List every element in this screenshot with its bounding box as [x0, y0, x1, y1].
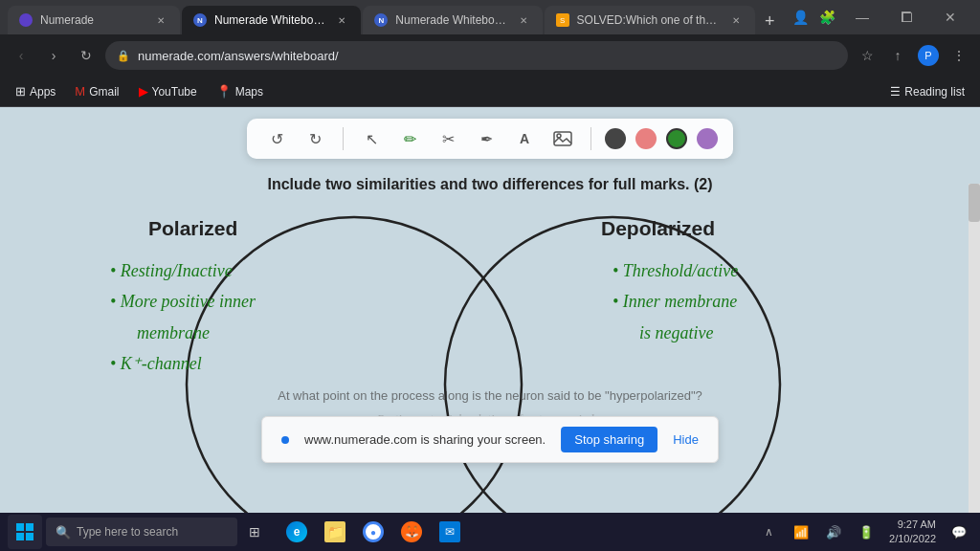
- tray-network[interactable]: 📶: [788, 518, 814, 545]
- back-button[interactable]: ‹: [8, 42, 34, 69]
- maps-icon: 📍: [216, 84, 232, 99]
- close-button[interactable]: ✕: [928, 0, 972, 34]
- tab-solved[interactable]: S SOLVED:Which one of the follo... ✕: [545, 6, 755, 34]
- forward-button[interactable]: ›: [40, 42, 67, 69]
- taskbar-mail[interactable]: ✉: [433, 515, 467, 549]
- pen-tool[interactable]: ✏: [395, 124, 424, 153]
- svg-rect-0: [554, 132, 571, 145]
- color-black[interactable]: [605, 128, 626, 149]
- taskbar-clock[interactable]: 9:27 AM 2/10/2022: [885, 518, 940, 547]
- bookmark-gmail-label: Gmail: [89, 85, 119, 99]
- color-purple[interactable]: [697, 128, 718, 149]
- mail-icon: ✉: [439, 521, 460, 542]
- minimize-button[interactable]: —: [840, 0, 884, 34]
- nav-actions: ☆ ↑ P ⋮: [854, 42, 972, 69]
- tab-bar: Numerade ✕ N Numerade Whiteboard ✕ N Num…: [0, 0, 980, 34]
- left-bullet-2b: membrane: [137, 318, 256, 348]
- scrollbar[interactable]: [969, 184, 980, 513]
- extensions-icon[interactable]: 🧩: [813, 4, 840, 31]
- tab-whiteboard-3[interactable]: N Numerade Whiteboard ✕: [363, 6, 542, 34]
- sharing-indicator-dot: [281, 436, 289, 444]
- share-button[interactable]: ↑: [884, 42, 911, 69]
- youtube-icon: ▶: [139, 84, 148, 99]
- toolbar-divider-2: [590, 127, 591, 150]
- bookmark-youtube[interactable]: ▶ YouTube: [131, 81, 205, 101]
- edge-icon: e: [286, 521, 307, 542]
- svg-rect-4: [16, 523, 24, 531]
- taskbar-search-placeholder: Type here to search: [77, 525, 178, 539]
- tab-title-4: SOLVED:Which one of the follo...: [577, 13, 721, 27]
- reading-list-icon: ☰: [890, 85, 901, 99]
- reading-list-button[interactable]: ☰ Reading list: [882, 82, 972, 101]
- explorer-icon: 📁: [324, 521, 345, 542]
- scissors-tool[interactable]: ✂: [434, 124, 462, 153]
- whiteboard-toolbar: ↺ ↻ ↖ ✏ ✂ ✒ A: [247, 119, 733, 159]
- redo-button[interactable]: ↻: [301, 124, 329, 153]
- text-tool[interactable]: A: [510, 124, 539, 153]
- undo-button[interactable]: ↺: [262, 124, 291, 153]
- notification-bar: www.numerade.com is sharing your screen.…: [261, 416, 719, 463]
- lock-icon: 🔒: [117, 50, 130, 62]
- taskbar-date: 2/10/2022: [889, 532, 936, 546]
- reload-button[interactable]: ↻: [73, 42, 100, 69]
- tray-up-arrow[interactable]: ∧: [755, 518, 782, 545]
- notification-center[interactable]: 💬: [946, 518, 972, 545]
- svg-rect-7: [26, 533, 33, 540]
- svg-rect-5: [26, 523, 33, 531]
- taskview-button[interactable]: ⊞: [241, 518, 268, 545]
- maximize-button[interactable]: ⧠: [884, 0, 928, 34]
- bookmark-maps[interactable]: 📍 Maps: [209, 81, 271, 101]
- tab-close-2[interactable]: ✕: [334, 12, 349, 28]
- hide-button[interactable]: Hide: [673, 432, 699, 447]
- bookmark-apps[interactable]: ⊞ Apps: [8, 81, 63, 101]
- profile-button[interactable]: P: [915, 42, 942, 69]
- tab-favicon-1: [19, 13, 33, 27]
- menu-button[interactable]: ⋮: [946, 42, 972, 69]
- select-tool[interactable]: ↖: [357, 124, 386, 153]
- start-button[interactable]: [8, 515, 42, 549]
- address-text: numerade.com/answers/whiteboard/: [138, 49, 836, 63]
- windows-logo: [16, 523, 33, 540]
- scrollbar-thumb[interactable]: [969, 184, 980, 222]
- left-bullet-1: • Resting/Inactive: [110, 255, 256, 286]
- taskbar-explorer[interactable]: 📁: [318, 515, 352, 549]
- svg-rect-6: [16, 533, 24, 540]
- bookmark-apps-label: Apps: [30, 85, 56, 99]
- pencil-tool[interactable]: ✒: [472, 124, 501, 153]
- color-green[interactable]: [666, 128, 687, 149]
- bookmark-youtube-label: YouTube: [152, 85, 197, 99]
- profile-icon[interactable]: 👤: [787, 4, 813, 31]
- tab-close-3[interactable]: ✕: [516, 12, 531, 28]
- taskbar-search-icon: 🔍: [56, 525, 71, 540]
- tab-title-3: Numerade Whiteboard: [395, 13, 507, 27]
- taskbar-time: 9:27 AM: [898, 518, 936, 532]
- bookmark-star-button[interactable]: ☆: [854, 42, 880, 69]
- profile-avatar: P: [918, 45, 939, 66]
- new-tab-button[interactable]: +: [757, 8, 783, 34]
- tab-whiteboard-active[interactable]: N Numerade Whiteboard ✕: [182, 6, 361, 34]
- tray-battery[interactable]: 🔋: [853, 518, 880, 545]
- bookmark-gmail[interactable]: M Gmail: [67, 81, 126, 101]
- taskbar-edge[interactable]: e: [279, 515, 314, 549]
- tray-volume[interactable]: 🔊: [820, 518, 847, 545]
- left-bullet-2: • More positive inner: [110, 286, 256, 317]
- nav-bar: ‹ › ↻ 🔒 numerade.com/answers/whiteboard/…: [0, 34, 980, 77]
- content-area: ↺ ↻ ↖ ✏ ✂ ✒ A Include two similarities a…: [0, 107, 980, 513]
- taskbar-search[interactable]: 🔍 Type here to search: [46, 518, 237, 546]
- gmail-icon: M: [75, 84, 85, 99]
- tab-favicon-3: N: [374, 13, 388, 27]
- tab-numerade-1[interactable]: Numerade ✕: [8, 6, 180, 34]
- image-tool[interactable]: [548, 124, 577, 153]
- left-bullet-3: • K⁺-channel: [110, 348, 256, 379]
- right-bullet-2b: is negative: [639, 318, 738, 348]
- taskbar-chrome[interactable]: ●: [356, 515, 390, 549]
- color-pink[interactable]: [635, 128, 657, 149]
- tab-close-1[interactable]: ✕: [153, 12, 168, 28]
- address-bar[interactable]: 🔒 numerade.com/answers/whiteboard/: [105, 41, 848, 70]
- bookmark-maps-label: Maps: [235, 85, 263, 99]
- taskbar-apps: e 📁 ● 🦊 ✉: [279, 515, 467, 549]
- stop-sharing-button[interactable]: Stop sharing: [561, 427, 657, 452]
- tab-close-4[interactable]: ✕: [728, 12, 744, 28]
- depolarized-label: Depolarized: [601, 217, 715, 240]
- taskbar-firefox[interactable]: 🦊: [394, 515, 429, 549]
